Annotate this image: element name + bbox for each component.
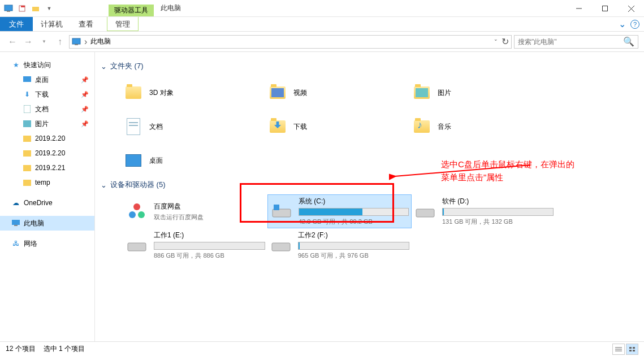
star-icon: ★ <box>11 60 20 70</box>
sidebar-item-folder[interactable]: 2019.2.21 <box>0 160 94 175</box>
sidebar-quick-access[interactable]: ★ 快速访问 <box>0 58 94 72</box>
sidebar-item-pictures[interactable]: 图片 📌 <box>0 116 94 131</box>
svg-rect-23 <box>273 209 291 217</box>
address-text: 此电脑 <box>90 37 111 46</box>
folder-icon <box>23 149 32 158</box>
folder-item[interactable]: 桌面 <box>123 144 267 177</box>
sidebar-this-pc[interactable]: 此电脑 <box>0 216 94 231</box>
nav-up-button[interactable]: ↑ <box>53 35 67 49</box>
chevron-down-icon: ⌄ <box>101 62 107 71</box>
svg-rect-18 <box>12 220 20 225</box>
drive-icon <box>414 200 436 223</box>
help-icon[interactable]: ? <box>630 20 639 29</box>
picture-icon <box>23 119 32 128</box>
folder-icon <box>23 134 32 143</box>
svg-rect-16 <box>23 165 31 171</box>
svg-rect-14 <box>23 136 31 142</box>
address-bar[interactable]: › 此电脑 ⌄ ↻ <box>69 35 512 49</box>
minimize-button[interactable] <box>566 0 592 17</box>
folder-item[interactable]: 视频 <box>267 76 412 110</box>
refresh-icon[interactable]: ↻ <box>502 36 509 47</box>
folder-label: 音乐 <box>438 122 451 132</box>
sidebar-item-folder[interactable]: 2019.2.20 <box>0 131 94 146</box>
pin-icon: 📌 <box>81 91 89 98</box>
folder-icon <box>267 116 288 137</box>
search-box[interactable]: 🔍 <box>514 35 638 49</box>
pin-icon: 📌 <box>81 76 89 84</box>
svg-rect-1 <box>7 11 10 12</box>
qat-newfolder-icon[interactable] <box>29 2 42 15</box>
svg-rect-3 <box>21 6 25 7</box>
close-button[interactable] <box>618 0 644 17</box>
nav-recent-dropdown[interactable]: ▼ <box>37 35 51 49</box>
ribbon-expand-icon[interactable]: ⌄ <box>619 19 626 29</box>
folder-item[interactable]: 下载 <box>267 110 412 144</box>
sidebar-onedrive[interactable]: ☁ OneDrive <box>0 196 94 210</box>
section-folders-header[interactable]: ⌄ 文件夹 (7) <box>101 61 638 71</box>
folder-item[interactable]: 文档 <box>123 110 267 144</box>
context-tab-drivetools: 驱动器工具 <box>109 5 154 16</box>
qat-properties-icon[interactable] <box>16 2 28 15</box>
drive-stats: 886 GB 可用，共 886 GB <box>154 251 265 260</box>
ribbon-tab-computer[interactable]: 计算机 <box>33 17 71 31</box>
window-title: 此电脑 <box>154 0 188 16</box>
view-icons-button[interactable] <box>626 344 638 355</box>
pc-icon <box>11 219 20 228</box>
address-dropdown-icon[interactable]: ⌄ <box>494 36 498 47</box>
sidebar-network[interactable]: 🖧 网络 <box>0 236 94 251</box>
sidebar-item-label: 2019.2.20 <box>35 149 65 157</box>
onedrive-icon: ☁ <box>11 198 20 207</box>
sidebar-item-label: OneDrive <box>24 199 53 207</box>
svg-rect-36 <box>633 350 635 351</box>
folder-icon <box>267 83 288 103</box>
search-input[interactable] <box>518 38 623 46</box>
sidebar-item-documents[interactable]: 文档 📌 <box>0 102 94 116</box>
qat-dropdown-icon[interactable]: ▼ <box>43 2 55 15</box>
drive-item[interactable]: 工作1 (E:)886 GB 可用，共 886 GB <box>123 228 267 262</box>
svg-rect-15 <box>23 150 31 157</box>
nav-forward-button[interactable]: → <box>21 35 35 49</box>
svg-point-21 <box>129 211 136 218</box>
folder-item[interactable]: 3D 对象 <box>123 76 267 110</box>
drive-stats: 42.0 GB 可用，共 99.2 GB <box>299 218 409 226</box>
sidebar-item-label: 图片 <box>35 119 49 129</box>
sidebar-item-label: 桌面 <box>35 75 49 85</box>
drive-name: 软件 (D:) <box>442 197 554 206</box>
sidebar-item-label: 网络 <box>24 239 37 249</box>
drive-item[interactable]: 系统 (C:)42.0 GB 可用，共 99.2 GB <box>267 194 412 228</box>
drive-icon <box>126 200 148 223</box>
folder-label: 3D 对象 <box>149 88 174 98</box>
sidebar-item-folder[interactable]: temp <box>0 175 94 190</box>
drive-item[interactable]: 软件 (D:)131 GB 可用，共 132 GB <box>412 194 556 228</box>
folder-icon <box>23 178 32 187</box>
folder-label: 视频 <box>293 88 307 98</box>
view-details-button[interactable] <box>612 344 625 355</box>
folder-icon <box>123 116 144 137</box>
sidebar-item-label: 下载 <box>35 90 49 99</box>
svg-rect-4 <box>32 7 39 11</box>
drive-name: 工作1 (E:) <box>154 231 265 240</box>
svg-rect-0 <box>5 5 12 11</box>
folder-item[interactable]: 图片 <box>412 76 556 110</box>
search-icon[interactable]: 🔍 <box>623 36 634 47</box>
drive-name: 百度网盘 <box>154 202 265 211</box>
drive-usage-bar <box>299 208 409 216</box>
sidebar-item-downloads[interactable]: ⬇ 下载 📌 <box>0 87 94 102</box>
ribbon-tab-manage[interactable]: 管理 <box>107 17 139 31</box>
folder-label: 文档 <box>149 122 163 132</box>
svg-rect-34 <box>633 347 635 349</box>
maximize-button[interactable] <box>592 0 618 17</box>
status-item-count: 12 个项目 <box>6 344 36 354</box>
sidebar-item-folder[interactable]: 2019.2.20 <box>0 146 94 160</box>
drive-icon <box>270 234 292 257</box>
svg-rect-25 <box>416 209 434 217</box>
drive-item[interactable]: 工作2 (F:)965 GB 可用，共 976 GB <box>267 228 412 262</box>
drive-item[interactable]: 百度网盘双击运行百度网盘 <box>123 194 267 228</box>
app-icon <box>2 2 15 15</box>
folder-item[interactable]: ♪音乐 <box>412 110 556 144</box>
nav-back-button[interactable]: ← <box>6 35 19 49</box>
sidebar-item-desktop[interactable]: 桌面 📌 <box>0 72 94 87</box>
ribbon-tab-view[interactable]: 查看 <box>71 17 101 31</box>
folder-icon <box>123 150 144 171</box>
file-tab[interactable]: 文件 <box>0 17 33 31</box>
